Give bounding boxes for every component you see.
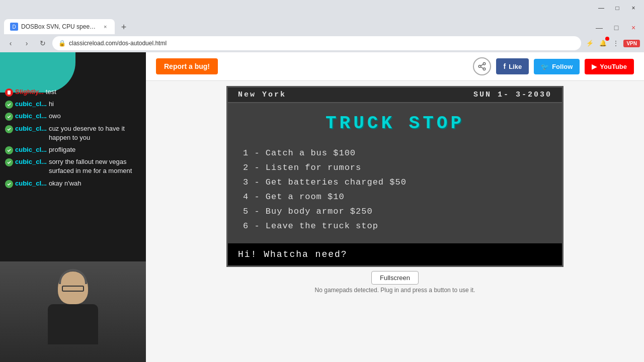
chat-icon <box>5 146 13 154</box>
chat-icon <box>5 113 13 121</box>
svg-point-3 <box>484 68 486 70</box>
tab-title: DOSBox SVN, CPU speed: 300... <box>21 23 97 30</box>
tab-bar: D DOSBox SVN, CPU speed: 300... × + — □ … <box>0 16 644 34</box>
settings-icon[interactable]: ⋮ <box>610 38 621 49</box>
game-menu: 1 - Catch a bus $1002 - Listen for rumor… <box>243 146 547 233</box>
chat-message: cubic_cl... sorry the fallout new vegas … <box>3 156 143 176</box>
game-location: New York <box>238 90 286 99</box>
game-title: TRUCK STOP <box>243 113 547 134</box>
chat-username: cubic_cl... <box>15 179 47 188</box>
chat-icon <box>5 158 13 166</box>
game-frame: New York SUN 1- 3-2030 TRUCK STOP 1 - Ca… <box>226 86 564 267</box>
game-menu-item[interactable]: 1 - Catch a bus $100 <box>243 146 547 160</box>
address-bar-row: ‹ › ↻ 🔒 classicreload.com/dos-autoduel.h… <box>0 34 644 52</box>
svg-rect-0 <box>8 90 11 95</box>
close-btn[interactable]: × <box>627 21 640 34</box>
chat-icon <box>5 88 13 97</box>
chat-message: cubic_cl... okay n'wah <box>3 178 143 189</box>
game-body: TRUCK STOP 1 - Catch a bus $1002 - Liste… <box>228 103 562 243</box>
svg-line-5 <box>481 64 484 66</box>
youtube-button[interactable]: ▶ YouTube <box>585 59 634 74</box>
chat-message: cubic_cl... profligate <box>3 144 143 155</box>
game-menu-item[interactable]: 4 - Get a room $10 <box>243 190 547 204</box>
game-menu-item[interactable]: 5 - Buy body armor $250 <box>243 204 547 219</box>
streamer-silhouette <box>43 272 103 352</box>
report-bug-button[interactable]: Report a bug! <box>156 58 218 74</box>
tab-favicon: D <box>10 23 18 31</box>
glasses <box>62 286 84 292</box>
minimize-btn[interactable]: — <box>593 21 606 34</box>
chat-message: cubic_cl... cuz you deserve to have it h… <box>3 123 143 143</box>
notification-icon[interactable]: 🔔 <box>597 38 608 49</box>
social-buttons: f Like 🐦 Follow ▶ YouTube <box>473 57 634 75</box>
game-header: New York SUN 1- 3-2030 <box>228 87 562 103</box>
svg-point-2 <box>479 65 481 68</box>
refresh-btn[interactable]: ↻ <box>36 37 49 50</box>
chat-text: sorry the fallout new vegas surfaced in … <box>49 157 141 175</box>
gamepad-info: No gamepads detected. Plug in and press … <box>315 287 475 294</box>
chat-text: test <box>46 87 56 97</box>
facebook-icon: f <box>503 62 506 70</box>
svg-point-1 <box>484 63 486 65</box>
youtube-icon: ▶ <box>592 63 597 70</box>
webcam-person <box>0 261 146 362</box>
chat-username: cubic_cl... <box>15 145 47 154</box>
restore-btn[interactable]: □ <box>610 21 623 34</box>
person-head <box>58 272 88 304</box>
browser-chrome: — □ × D DOSBox SVN, CPU speed: 300... × … <box>0 0 644 52</box>
chat-text: cuz you deserve to have it happen to you <box>49 124 141 142</box>
webcam-area <box>0 261 146 362</box>
address-text: classicreload.com/dos-autoduel.html <box>69 40 167 47</box>
win-minimize-btn[interactable]: — <box>595 2 608 15</box>
person-body <box>48 304 98 344</box>
chat-text: okay n'wah <box>49 179 82 188</box>
game-prompt: Hi! Whatcha need? <box>238 249 552 259</box>
share-icon[interactable] <box>473 57 491 75</box>
left-panel: Slightly... testcubic_cl... hicubic_cl..… <box>0 52 146 362</box>
new-tab-btn[interactable]: + <box>117 20 131 34</box>
like-button[interactable]: f Like <box>496 58 529 74</box>
like-label: Like <box>509 63 522 70</box>
game-date: SUN 1- 3-2030 <box>473 90 552 99</box>
fullscreen-area: Fullscreen No gamepads detected. Plug in… <box>315 267 475 298</box>
chat-username: cubic_cl... <box>15 100 47 109</box>
website-topbar: Report a bug! f Like 🐦 Follow <box>146 52 644 81</box>
title-bar: — □ × <box>0 0 644 16</box>
twitter-icon: 🐦 <box>541 63 549 70</box>
win-maximize-btn[interactable]: □ <box>611 2 624 15</box>
svg-line-4 <box>481 67 484 68</box>
chat-area: Slightly... testcubic_cl... hicubic_cl..… <box>0 82 146 261</box>
right-panel: Report a bug! f Like 🐦 Follow <box>146 52 644 362</box>
fullscreen-button[interactable]: Fullscreen <box>371 271 419 285</box>
chat-icon <box>5 125 13 133</box>
forward-btn[interactable]: › <box>20 37 33 50</box>
game-menu-item[interactable]: 2 - Listen for rumors <box>243 160 547 175</box>
vpn-badge: VPN <box>623 40 640 47</box>
win-close-btn[interactable]: × <box>627 2 640 15</box>
follow-label: Follow <box>552 63 573 70</box>
window-controls: — □ × <box>595 2 640 15</box>
headphones <box>59 269 87 284</box>
extensions-icon[interactable]: ⚡ <box>584 38 595 49</box>
game-menu-item[interactable]: 6 - Leave the truck stop <box>243 219 547 233</box>
address-bar[interactable]: 🔒 classicreload.com/dos-autoduel.html <box>52 36 581 50</box>
chat-username: cubic_cl... <box>15 157 47 166</box>
toolbar-icons: ⚡ 🔔 ⋮ VPN <box>584 38 640 49</box>
chat-username: Slightly... <box>15 87 44 97</box>
chat-message: cubic_cl... hi <box>3 99 143 110</box>
chat-username: cubic_cl... <box>15 112 47 121</box>
back-btn[interactable]: ‹ <box>4 37 17 50</box>
tab-close-btn[interactable]: × <box>102 23 109 31</box>
chat-text: profligate <box>49 145 75 154</box>
youtube-label: YouTube <box>600 63 627 70</box>
browser-tab[interactable]: D DOSBox SVN, CPU speed: 300... × <box>4 19 115 34</box>
chat-username: cubic_cl... <box>15 124 47 133</box>
main-content: Slightly... testcubic_cl... hicubic_cl..… <box>0 52 644 362</box>
chat-message: Slightly... test <box>3 86 143 98</box>
chat-icon <box>5 180 13 188</box>
chat-message: cubic_cl... owo <box>3 111 143 122</box>
chat-icon <box>5 101 13 109</box>
game-menu-item[interactable]: 3 - Get batteries charged $50 <box>243 175 547 190</box>
follow-button[interactable]: 🐦 Follow <box>534 59 580 74</box>
chat-text: owo <box>49 112 61 121</box>
